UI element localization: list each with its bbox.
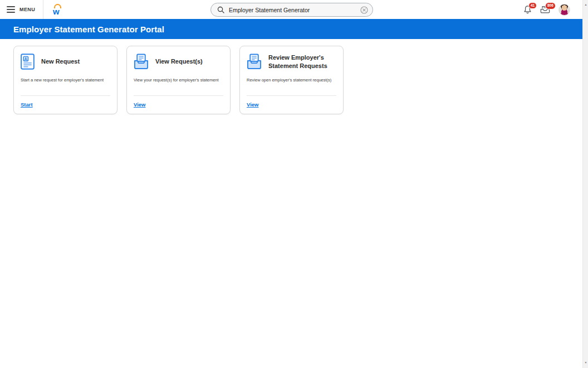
menu-button[interactable]: MENU (0, 0, 43, 19)
search-input[interactable] (229, 7, 360, 13)
search-icon (217, 6, 224, 13)
card-description: View your request(s) for employer's stat… (134, 77, 223, 95)
page-title: Employer Statement Generator Portal (13, 25, 164, 34)
view-requests-link[interactable]: View (134, 101, 145, 108)
notifications-badge: 41 (528, 2, 537, 9)
card-view-requests: View Request(s) View your request(s) for… (126, 46, 231, 114)
page-banner: Employer Statement Generator Portal (0, 19, 582, 39)
hamburger-icon (7, 6, 15, 13)
card-divider (21, 95, 110, 96)
scroll-up-icon[interactable]: ▲ (583, 3, 588, 6)
card-description: Review open employer's statement request… (247, 77, 336, 95)
notifications-button[interactable]: 41 (523, 5, 532, 14)
scroll-down-icon[interactable]: ▼ (583, 361, 588, 364)
start-link[interactable]: Start (21, 101, 33, 108)
user-avatar[interactable] (558, 4, 570, 16)
card-description: Start a new request for employer's state… (21, 77, 110, 95)
card-title: Review Employer's Statement Requests (268, 54, 336, 70)
inbox-badge: 806 (545, 2, 556, 9)
search-bar[interactable] (210, 3, 373, 17)
card-title: View Request(s) (155, 57, 203, 65)
inbox-button[interactable]: 806 (540, 5, 550, 14)
menu-label: MENU (19, 7, 35, 12)
workday-logo[interactable]: w (53, 3, 63, 16)
review-requests-link[interactable]: View (247, 101, 258, 108)
logo-letter: w (53, 7, 60, 16)
card-divider (247, 95, 336, 96)
document-icon (21, 54, 35, 70)
card-title: New Request (41, 57, 80, 65)
vertical-scrollbar[interactable]: ▲ ▼ (582, 0, 588, 368)
card-grid: New Request Start a new request for empl… (13, 46, 588, 114)
topbar-actions: 41 806 (523, 0, 570, 19)
inbox-tray-icon (247, 54, 262, 70)
card-divider (134, 95, 223, 96)
card-review-requests: Review Employer's Statement Requests Rev… (239, 46, 344, 114)
inbox-tray-icon (134, 54, 149, 70)
card-new-request: New Request Start a new request for empl… (13, 46, 117, 114)
clear-search-icon[interactable] (360, 6, 368, 14)
topbar: MENU w 41 (0, 0, 582, 19)
